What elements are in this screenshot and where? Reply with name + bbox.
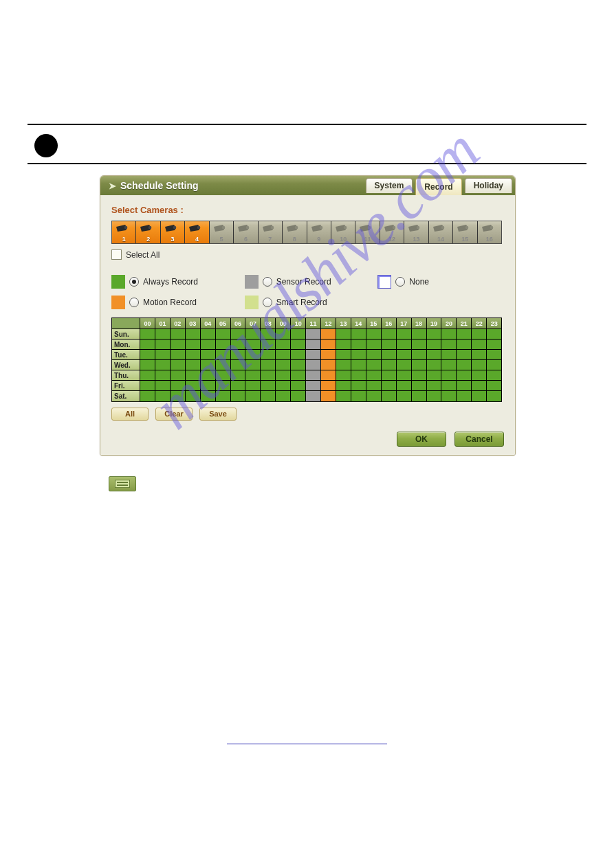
schedule-cell[interactable] xyxy=(186,381,201,391)
schedule-cell[interactable] xyxy=(155,350,171,360)
schedule-cell[interactable] xyxy=(201,370,216,381)
schedule-cell[interactable] xyxy=(171,329,186,340)
schedule-cell[interactable] xyxy=(291,381,306,391)
schedule-cell[interactable] xyxy=(366,391,382,401)
schedule-cell[interactable] xyxy=(336,350,351,360)
schedule-cell[interactable] xyxy=(351,381,366,391)
schedule-cell[interactable] xyxy=(216,391,231,401)
schedule-cell[interactable] xyxy=(351,391,366,401)
clear-button[interactable]: Clear xyxy=(155,408,193,421)
schedule-cell[interactable] xyxy=(366,360,382,370)
schedule-cell[interactable] xyxy=(216,381,231,391)
schedule-cell[interactable] xyxy=(472,370,487,381)
schedule-cell[interactable] xyxy=(186,329,201,340)
schedule-cell[interactable] xyxy=(487,340,501,350)
schedule-cell[interactable] xyxy=(427,360,442,370)
schedule-cell[interactable] xyxy=(397,381,412,391)
schedule-cell[interactable] xyxy=(306,340,321,350)
schedule-cell[interactable] xyxy=(245,391,261,401)
schedule-cell[interactable] xyxy=(397,340,412,350)
schedule-cell[interactable] xyxy=(291,329,306,340)
schedule-cell[interactable] xyxy=(487,381,501,391)
schedule-cell[interactable] xyxy=(155,370,171,381)
schedule-cell[interactable] xyxy=(291,370,306,381)
schedule-cell[interactable] xyxy=(382,360,397,370)
schedule-cell[interactable] xyxy=(186,350,201,360)
schedule-cell[interactable] xyxy=(186,340,201,350)
schedule-cell[interactable] xyxy=(441,340,457,350)
schedule-cell[interactable] xyxy=(457,360,472,370)
schedule-cell[interactable] xyxy=(412,381,427,391)
schedule-cell[interactable] xyxy=(140,329,155,340)
schedule-cell[interactable] xyxy=(321,350,336,360)
schedule-cell[interactable] xyxy=(321,360,336,370)
schedule-cell[interactable] xyxy=(397,391,412,401)
schedule-cell[interactable] xyxy=(441,350,457,360)
schedule-cell[interactable] xyxy=(261,381,276,391)
schedule-cell[interactable] xyxy=(171,370,186,381)
tab-record[interactable]: Record xyxy=(415,178,461,195)
schedule-cell[interactable] xyxy=(487,370,501,381)
schedule-cell[interactable] xyxy=(140,391,155,401)
schedule-cell[interactable] xyxy=(261,329,276,340)
schedule-cell[interactable] xyxy=(397,360,412,370)
schedule-cell[interactable] xyxy=(140,370,155,381)
schedule-cell[interactable] xyxy=(171,360,186,370)
schedule-cell[interactable] xyxy=(201,360,216,370)
mode-sensor-record[interactable]: Sensor Record xyxy=(245,275,371,289)
schedule-cell[interactable] xyxy=(366,329,382,340)
schedule-cell[interactable] xyxy=(306,391,321,401)
schedule-cell[interactable] xyxy=(397,350,412,360)
schedule-cell[interactable] xyxy=(155,329,171,340)
schedule-cell[interactable] xyxy=(441,391,457,401)
schedule-cell[interactable] xyxy=(201,350,216,360)
schedule-cell[interactable] xyxy=(382,370,397,381)
schedule-cell[interactable] xyxy=(351,370,366,381)
schedule-cell[interactable] xyxy=(412,340,427,350)
schedule-cell[interactable] xyxy=(427,340,442,350)
tab-holiday[interactable]: Holiday xyxy=(465,178,512,193)
schedule-cell[interactable] xyxy=(382,329,397,340)
schedule-cell[interactable] xyxy=(186,370,201,381)
schedule-cell[interactable] xyxy=(231,350,246,360)
schedule-cell[interactable] xyxy=(412,329,427,340)
schedule-cell[interactable] xyxy=(171,340,186,350)
schedule-cell[interactable] xyxy=(291,340,306,350)
schedule-cell[interactable] xyxy=(201,381,216,391)
schedule-cell[interactable] xyxy=(261,370,276,381)
schedule-cell[interactable] xyxy=(231,340,246,350)
schedule-cell[interactable] xyxy=(382,381,397,391)
schedule-cell[interactable] xyxy=(140,350,155,360)
schedule-cell[interactable] xyxy=(171,350,186,360)
schedule-cell[interactable] xyxy=(186,360,201,370)
schedule-cell[interactable] xyxy=(472,350,487,360)
schedule-cell[interactable] xyxy=(291,360,306,370)
schedule-cell[interactable] xyxy=(412,370,427,381)
cancel-button[interactable]: Cancel xyxy=(454,432,504,447)
all-button[interactable]: All xyxy=(111,408,149,421)
schedule-cell[interactable] xyxy=(321,370,336,381)
schedule-cell[interactable] xyxy=(276,391,291,401)
schedule-cell[interactable] xyxy=(336,360,351,370)
schedule-cell[interactable] xyxy=(306,329,321,340)
schedule-cell[interactable] xyxy=(216,340,231,350)
schedule-cell[interactable] xyxy=(427,350,442,360)
schedule-cell[interactable] xyxy=(366,350,382,360)
schedule-cell[interactable] xyxy=(487,350,501,360)
schedule-cell[interactable] xyxy=(412,391,427,401)
schedule-cell[interactable] xyxy=(201,329,216,340)
schedule-cell[interactable] xyxy=(441,370,457,381)
schedule-cell[interactable] xyxy=(291,391,306,401)
schedule-cell[interactable] xyxy=(487,391,501,401)
schedule-cell[interactable] xyxy=(155,381,171,391)
select-all-checkbox[interactable]: Select All xyxy=(111,249,504,260)
schedule-cell[interactable] xyxy=(276,329,291,340)
schedule-cell[interactable] xyxy=(457,391,472,401)
schedule-cell[interactable] xyxy=(321,391,336,401)
schedule-cell[interactable] xyxy=(306,381,321,391)
schedule-cell[interactable] xyxy=(336,391,351,401)
schedule-cell[interactable] xyxy=(382,340,397,350)
schedule-cell[interactable] xyxy=(216,350,231,360)
schedule-cell[interactable] xyxy=(276,381,291,391)
schedule-cell[interactable] xyxy=(487,329,501,340)
